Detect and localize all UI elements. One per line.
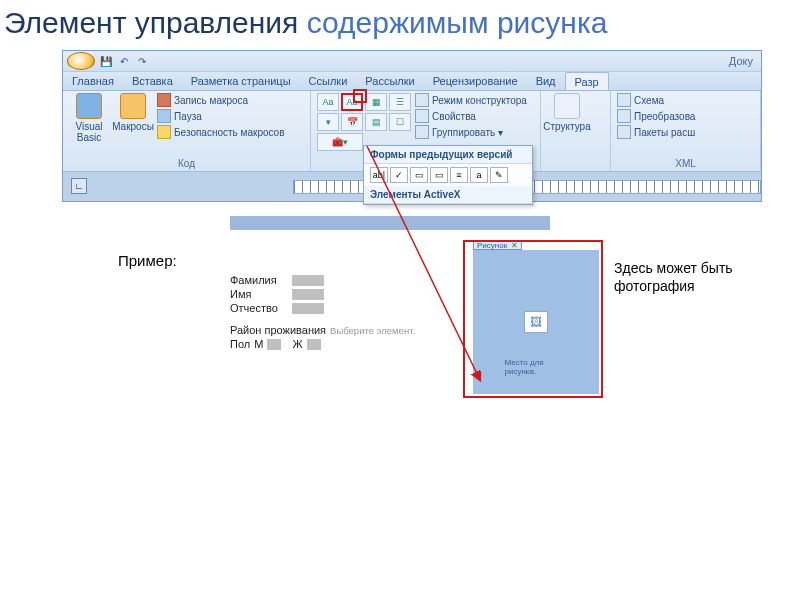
tab-developer[interactable]: Разр xyxy=(565,72,609,90)
tab-home[interactable]: Главная xyxy=(63,72,123,90)
combobox-control[interactable]: ☰ xyxy=(389,93,411,111)
picture-content-control[interactable]: Рисунок✕ 🖼 Место для рисунка. xyxy=(463,240,603,398)
expansion-packs-button[interactable]: Пакеты расш xyxy=(617,125,695,139)
group-xml: Схема Преобразова Пакеты расш XML xyxy=(611,91,761,171)
schema-button[interactable]: Схема xyxy=(617,93,695,107)
office-button[interactable] xyxy=(67,52,95,70)
popup-activex-header: Элементы ActiveX xyxy=(364,186,532,204)
properties-label: Свойства xyxy=(432,111,476,122)
visual-basic-label: Visual Basic xyxy=(69,121,109,143)
popup-legacy-icons: ab| ✓ ▭ ▭ ≡ a ✎ xyxy=(364,164,532,186)
properties-button[interactable]: Свойства xyxy=(415,109,527,123)
group-btn-label: Группировать xyxy=(432,127,495,138)
sex-m-input[interactable] xyxy=(267,339,281,350)
ribbon-body: Visual Basic Макросы Запись макроса Пауз… xyxy=(63,91,761,171)
tab-align-selector[interactable]: ∟ xyxy=(71,178,87,194)
picture-caption: Здесь может быть фотография xyxy=(614,260,764,295)
pause-macro-button[interactable]: Пауза xyxy=(157,109,285,123)
list-icon[interactable]: ≡ xyxy=(450,167,468,183)
group-xml-label: XML xyxy=(617,158,754,171)
dropdown-control[interactable]: ▾ xyxy=(317,113,339,131)
date-control[interactable]: 📅 xyxy=(341,113,363,131)
example-form: Фамилия Имя Отчество Район проживания Вы… xyxy=(230,274,415,352)
shade-icon[interactable]: ✎ xyxy=(490,167,508,183)
richtext-control[interactable]: Aa xyxy=(317,93,339,111)
lastname-label: Фамилия xyxy=(230,274,288,286)
visual-basic-button[interactable]: Visual Basic xyxy=(69,93,109,143)
word-ribbon-screenshot: 💾 ↶ ↷ Доку Главная Вставка Разметка стра… xyxy=(62,50,762,202)
group-button[interactable]: Группировать ▾ xyxy=(415,125,527,139)
record-macro-button[interactable]: Запись макроса xyxy=(157,93,285,107)
pause-label: Пауза xyxy=(174,111,202,122)
tab-insert[interactable]: Вставка xyxy=(123,72,182,90)
patronym-label: Отчество xyxy=(230,302,288,314)
group-code-label: Код xyxy=(69,158,304,171)
macro-security-label: Безопасность макросов xyxy=(174,127,285,138)
sex-f-label: Ж xyxy=(292,338,302,350)
textfield-icon[interactable]: ab| xyxy=(370,167,388,183)
tab-mailings[interactable]: Рассылки xyxy=(356,72,423,90)
lastname-input[interactable] xyxy=(292,275,324,286)
patronym-input[interactable] xyxy=(292,303,324,314)
sex-m-label: М xyxy=(254,338,263,350)
window-title: Доку xyxy=(729,55,753,67)
region-label: Район проживания xyxy=(230,324,326,336)
legacy-controls-popup: Формы предыдущих версий ab| ✓ ▭ ▭ ≡ a ✎ … xyxy=(363,145,533,205)
highlight-square xyxy=(353,89,367,103)
tab-layout[interactable]: Разметка страницы xyxy=(182,72,300,90)
structure-button[interactable]: Структура xyxy=(547,93,587,132)
ribbon-tabs: Главная Вставка Разметка страницы Ссылки… xyxy=(63,71,761,91)
popup-legacy-header: Формы предыдущих версий xyxy=(364,146,532,164)
legacy-tools-button[interactable]: 🧰▾ xyxy=(317,133,363,151)
picture-control[interactable]: ▦ xyxy=(365,93,387,111)
firstname-input[interactable] xyxy=(292,289,324,300)
macro-security-button[interactable]: Безопасность макросов xyxy=(157,125,285,139)
tab-view[interactable]: Вид xyxy=(527,72,565,90)
picture-highlight xyxy=(463,240,603,398)
tab-refs[interactable]: Ссылки xyxy=(300,72,357,90)
region-hint[interactable]: Выберите элемент. xyxy=(330,325,415,336)
title-part1: Элемент управления xyxy=(4,6,307,39)
packs-label: Пакеты расш xyxy=(634,127,695,138)
macros-button[interactable]: Макросы xyxy=(113,93,153,132)
label-a-icon[interactable]: a xyxy=(470,167,488,183)
buildingblock-control[interactable]: ▤ xyxy=(365,113,387,131)
group-code: Visual Basic Макросы Запись макроса Пауз… xyxy=(63,91,311,171)
sex-f-input[interactable] xyxy=(307,339,321,350)
blue-bar xyxy=(230,216,550,230)
firstname-label: Имя xyxy=(230,288,288,300)
title-accent: содержимым рисунка xyxy=(307,6,608,39)
example-label: Пример: xyxy=(118,252,177,269)
tab-review[interactable]: Рецензирование xyxy=(424,72,527,90)
group-controls: Aa Aa ▦ ☰ ▾ 📅 ▤ ☐ 🧰▾ Режим конструктора … xyxy=(311,91,541,171)
transform-label: Преобразова xyxy=(634,111,695,122)
undo-icon[interactable]: ↶ xyxy=(117,54,131,68)
redo-icon[interactable]: ↷ xyxy=(135,54,149,68)
titlebar: 💾 ↶ ↷ Доку xyxy=(63,51,761,71)
slide-title: Элемент управления содержимым рисунка xyxy=(0,0,800,50)
group-structure: Структура xyxy=(541,91,611,171)
frame-icon[interactable]: ▭ xyxy=(430,167,448,183)
checkbox-icon[interactable]: ✓ xyxy=(390,167,408,183)
macros-label: Макросы xyxy=(112,121,154,132)
sex-label: Пол xyxy=(230,338,250,350)
dropdown-icon[interactable]: ▭ xyxy=(410,167,428,183)
save-icon[interactable]: 💾 xyxy=(99,54,113,68)
schema-label: Схема xyxy=(634,95,664,106)
record-macro-label: Запись макроса xyxy=(174,95,248,106)
design-mode-label: Режим конструктора xyxy=(432,95,527,106)
transform-button[interactable]: Преобразова xyxy=(617,109,695,123)
checkbox-control[interactable]: ☐ xyxy=(389,113,411,131)
structure-label: Структура xyxy=(543,121,590,132)
design-mode-button[interactable]: Режим конструктора xyxy=(415,93,527,107)
